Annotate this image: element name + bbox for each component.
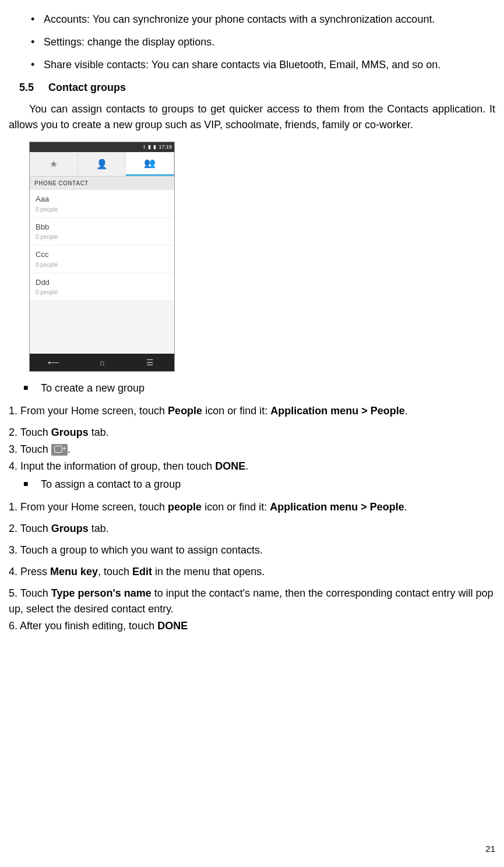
group-count: 0 people xyxy=(36,288,168,297)
list-item: Settings: change the display options. xyxy=(9,34,495,50)
phone-tabs: ★ 👤 👥 xyxy=(30,152,174,177)
group-row: Ddd 0 people xyxy=(30,273,174,301)
step-text: 4. Input the information of group, then … xyxy=(9,459,495,474)
square-list: To assign a contact to a group xyxy=(9,477,495,492)
phone-screenshot: ᚼ ▮ ▮ 17:19 ★ 👤 👥 PHONE CONTACT Aaa 0 pe… xyxy=(29,142,175,372)
group-row: Ccc 0 people xyxy=(30,245,174,273)
step-text: 1. From your Home screen, touch People i… xyxy=(9,403,495,419)
top-bullet-list: Accounts: You can synchronize your phone… xyxy=(9,12,495,73)
phone-statusbar: ᚼ ▮ ▮ 17:19 xyxy=(30,142,174,152)
group-count: 0 people xyxy=(36,205,168,214)
list-item: To assign a contact to a group xyxy=(9,477,495,492)
step-text: 4. Press Menu key, touch Edit in the men… xyxy=(9,564,495,580)
square-list: To create a new group xyxy=(9,380,495,396)
tab-contacts: 👤 xyxy=(78,152,126,176)
phone-navbar: ⟵ ⌂ ☰ xyxy=(30,354,174,371)
add-group-icon xyxy=(51,444,68,456)
group-count: 0 people xyxy=(36,260,168,269)
phone-section-label: PHONE CONTACT xyxy=(30,177,174,190)
section-heading: 5.5 Contact groups xyxy=(9,80,495,96)
group-name: Aaa xyxy=(36,193,168,205)
step-text: 3. Touch a group to which you want to as… xyxy=(9,542,495,558)
list-item: Accounts: You can synchronize your phone… xyxy=(9,12,495,27)
step-text: 6. After you finish editing, touch DONE xyxy=(9,618,495,634)
group-name: Ddd xyxy=(36,277,168,288)
step-text: 2. Touch Groups tab. xyxy=(9,521,495,537)
bluetooth-icon: ᚼ xyxy=(143,143,146,151)
tab-groups: 👥 xyxy=(126,152,174,176)
nav-home-icon: ⌂ xyxy=(78,354,126,371)
group-count: 0 people xyxy=(36,232,168,241)
group-name: Ccc xyxy=(36,249,168,260)
group-icon: 👥 xyxy=(144,156,156,170)
group-row: Bbb 0 people xyxy=(30,218,174,246)
star-icon: ★ xyxy=(50,157,58,171)
section-number: 5.5 xyxy=(19,80,34,96)
step-text: 1. From your Home screen, touch people i… xyxy=(9,499,495,515)
nav-back-icon: ⟵ xyxy=(30,354,78,371)
battery-icon: ▮ xyxy=(153,143,156,151)
step-text: 3. Touch . xyxy=(9,442,495,457)
group-name: Bbb xyxy=(36,221,168,233)
list-item: Share visible contacts: You can share co… xyxy=(9,57,495,73)
section-title: Contact groups xyxy=(48,82,126,93)
clock-text: 17:19 xyxy=(158,143,172,151)
tab-favorites: ★ xyxy=(30,152,78,176)
section-paragraph: You can assign contacts to groups to get… xyxy=(9,101,495,133)
list-item: To create a new group xyxy=(9,380,495,396)
page-number: 21 xyxy=(485,843,495,856)
group-row: Aaa 0 people xyxy=(30,190,174,218)
signal-icon: ▮ xyxy=(148,143,151,151)
step-text: 2. Touch Groups tab. xyxy=(9,425,495,440)
nav-recent-icon: ☰ xyxy=(126,354,174,371)
person-icon: 👤 xyxy=(96,157,108,171)
step-text: 5. Touch Type person's name to input the… xyxy=(9,586,495,617)
